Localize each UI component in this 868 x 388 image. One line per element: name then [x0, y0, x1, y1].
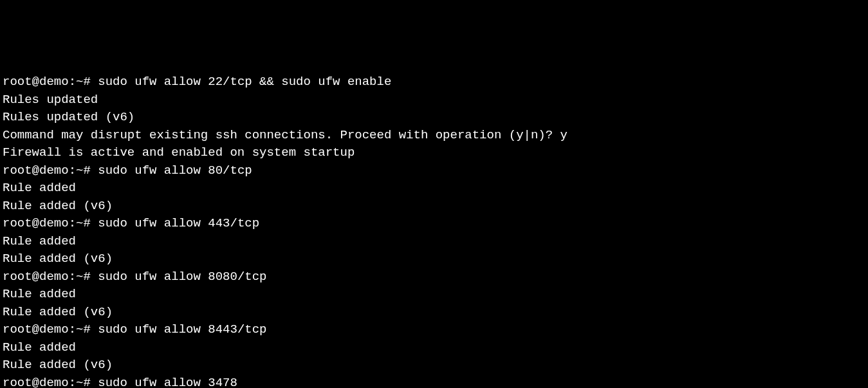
output-text: Rule added (v6): [3, 199, 113, 213]
prompt-hash: #: [83, 75, 90, 89]
output-text: Rule added: [3, 234, 76, 248]
command-text: sudo ufw allow 8443/tcp: [98, 322, 266, 337]
prompt-space: [91, 376, 98, 389]
prompt-at: @: [32, 163, 39, 178]
output-text: Rule added (v6): [3, 305, 113, 319]
prompt-hash: #: [83, 270, 90, 284]
terminal-output-line: Rules updated (v6): [3, 109, 865, 127]
prompt-host: demo: [39, 163, 69, 178]
terminal-output-line: Rule added: [3, 286, 865, 304]
prompt-host: demo: [39, 376, 69, 389]
output-text: Rules updated (v6): [3, 110, 134, 124]
prompt-at: @: [32, 75, 39, 89]
prompt-colon: :: [69, 376, 76, 389]
prompt-user: root: [3, 376, 32, 389]
terminal-command-line: root@demo:~# sudo ufw allow 3478: [3, 374, 865, 389]
prompt-colon: :: [69, 163, 76, 178]
prompt-space: [91, 270, 98, 284]
terminal-output-line: Rule added: [3, 233, 865, 251]
prompt-colon: :: [69, 75, 76, 89]
prompt-user: root: [3, 75, 32, 89]
terminal-command-line: root@demo:~# sudo ufw allow 443/tcp: [3, 215, 865, 233]
prompt-colon: :: [69, 216, 76, 230]
prompt-host: demo: [39, 216, 69, 230]
prompt-space: [91, 163, 98, 178]
prompt-at: @: [32, 216, 39, 230]
output-text: Firewall is active and enabled on system…: [3, 145, 355, 160]
prompt-at: @: [32, 376, 39, 389]
command-text: sudo ufw allow 443/tcp: [98, 216, 259, 230]
prompt-path: ~: [76, 376, 83, 389]
prompt-colon: :: [69, 270, 76, 284]
prompt-path: ~: [76, 75, 83, 89]
prompt-user: root: [3, 322, 32, 337]
command-text: sudo ufw allow 22/tcp && sudo ufw enable: [98, 75, 391, 89]
terminal-output-line: Rules updated: [3, 91, 865, 109]
terminal-command-line: root@demo:~# sudo ufw allow 80/tcp: [3, 162, 865, 180]
output-text: Rules updated: [3, 93, 98, 107]
prompt-space: [91, 216, 98, 230]
terminal-output-line: Rule added: [3, 339, 865, 357]
output-text: Rule added: [3, 287, 76, 301]
terminal-output-line: Rule added (v6): [3, 356, 865, 374]
prompt-path: ~: [76, 322, 83, 337]
prompt-hash: #: [83, 216, 90, 230]
prompt-user: root: [3, 216, 32, 230]
prompt-space: [91, 75, 98, 89]
prompt-hash: #: [83, 163, 90, 178]
terminal-output-line: Firewall is active and enabled on system…: [3, 144, 865, 162]
command-text: sudo ufw allow 80/tcp: [98, 163, 252, 178]
prompt-space: [91, 322, 98, 337]
prompt-hash: #: [83, 376, 90, 389]
terminal-output-line: Command may disrupt existing ssh connect…: [3, 127, 865, 145]
command-text: sudo ufw allow 3478: [98, 376, 237, 389]
terminal-output-line: Rule added: [3, 180, 865, 198]
prompt-path: ~: [76, 270, 83, 284]
prompt-host: demo: [39, 75, 69, 89]
command-text: sudo ufw allow 8080/tcp: [98, 270, 266, 284]
prompt-user: root: [3, 163, 32, 178]
output-text: Rule added (v6): [3, 358, 113, 372]
terminal[interactable]: root@demo:~# sudo ufw allow 22/tcp && su…: [3, 73, 865, 388]
terminal-command-line: root@demo:~# sudo ufw allow 8080/tcp: [3, 268, 865, 286]
prompt-hash: #: [83, 322, 90, 337]
output-text: Rule added (v6): [3, 252, 113, 266]
terminal-output-line: Rule added (v6): [3, 250, 865, 268]
terminal-command-line: root@demo:~# sudo ufw allow 8443/tcp: [3, 321, 865, 339]
prompt-path: ~: [76, 163, 83, 178]
prompt-host: demo: [39, 270, 69, 284]
output-text: Rule added: [3, 340, 76, 355]
output-text: Rule added: [3, 181, 76, 195]
prompt-at: @: [32, 322, 39, 337]
prompt-path: ~: [76, 216, 83, 230]
prompt-colon: :: [69, 322, 76, 337]
output-text: Command may disrupt existing ssh connect…: [3, 128, 568, 142]
terminal-command-line: root@demo:~# sudo ufw allow 22/tcp && su…: [3, 73, 865, 91]
prompt-at: @: [32, 270, 39, 284]
terminal-output-line: Rule added (v6): [3, 198, 865, 216]
prompt-host: demo: [39, 322, 69, 337]
prompt-user: root: [3, 270, 32, 284]
terminal-output-line: Rule added (v6): [3, 304, 865, 322]
